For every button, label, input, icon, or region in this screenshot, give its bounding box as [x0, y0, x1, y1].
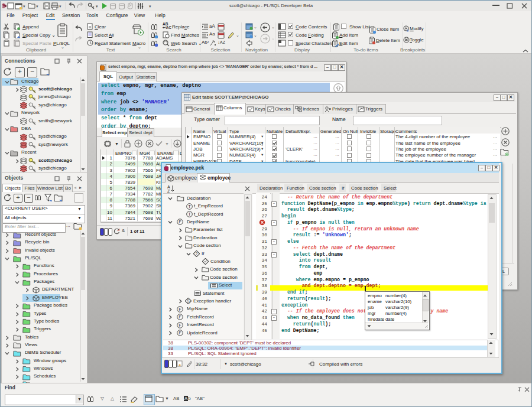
- svg-text:F: F: [179, 314, 181, 320]
- svg-text:T: T: [188, 211, 191, 217]
- svg-text:F: F: [179, 330, 181, 336]
- svg-text:Z: Z: [167, 189, 170, 193]
- svg-text:F: F: [179, 307, 181, 312]
- svg-text:F: F: [179, 323, 181, 328]
- svg-text:F: F: [179, 220, 181, 225]
- svg-text:?: ?: [196, 252, 198, 256]
- svg-text:T: T: [188, 204, 191, 209]
- svg-text:S: S: [187, 299, 190, 303]
